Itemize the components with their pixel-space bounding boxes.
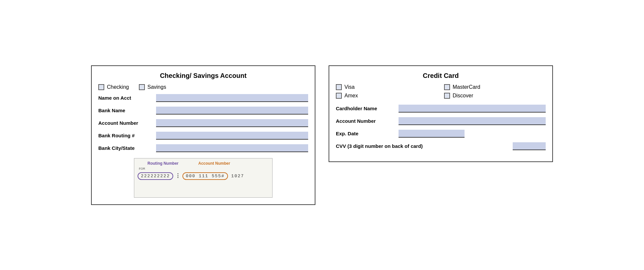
cvv-row: CVV (3 digit number on back of card) [336,142,546,150]
name-on-acct-label: Name on Acct [98,95,156,101]
mastercard-label: MasterCard [453,84,480,90]
discover-checkbox[interactable] [444,93,450,99]
name-on-acct-row: Name on Acct [98,94,308,102]
savings-label: Savings [147,84,166,90]
page-wrapper: Checking/ Savings Account Checking Savin… [25,65,619,205]
checking-checkbox[interactable] [98,84,104,90]
discover-checkbox-item[interactable]: Discover [444,93,546,99]
visa-checkbox-item[interactable]: Visa [336,84,437,90]
name-on-acct-input[interactable] [156,94,308,102]
account-number-value: 000 111 555# [182,172,228,180]
colon-separator-1: ⋮ [175,173,180,179]
bank-name-label: Bank Name [98,108,156,113]
account-number-input[interactable] [156,119,308,127]
checking-label: Checking [107,84,129,90]
cc-account-number-row: Account Number [336,117,546,125]
mastercard-checkbox[interactable] [444,84,450,90]
exp-date-input[interactable] [399,130,465,138]
bank-city-state-label: Bank City/State [98,145,156,151]
check-numbers-row: 222222222 ⋮ 000 111 555# 1027 [138,172,269,180]
amex-checkbox-item[interactable]: Amex [336,93,437,99]
exp-date-row: Exp. Date [336,130,546,138]
checking-savings-panel: Checking/ Savings Account Checking Savin… [91,65,315,205]
routing-number-label: Routing Number [147,161,178,166]
bank-routing-row: Bank Routing # [98,132,308,140]
cc-account-number-input[interactable] [399,117,546,125]
cc-account-number-label: Account Number [336,118,399,124]
cardholder-name-label: Cardholder Name [336,106,399,111]
cvv-label: CVV (3 digit number on back of card) [336,143,513,149]
cardholder-name-input[interactable] [399,105,546,113]
mastercard-checkbox-item[interactable]: MasterCard [444,84,546,90]
checking-panel-title: Checking/ Savings Account [98,72,308,80]
checking-checkbox-item[interactable]: Checking [98,84,129,90]
bank-city-state-input[interactable] [156,144,308,152]
check-image: Routing Number Account Number FOR 222222… [134,158,273,198]
account-number-row: Account Number [98,119,308,127]
bank-routing-input[interactable] [156,132,308,140]
check-diagram: Routing Number Account Number FOR 222222… [98,158,308,198]
amex-checkbox[interactable] [336,93,342,99]
bank-name-input[interactable] [156,107,308,115]
amex-label: Amex [344,93,358,99]
exp-date-label: Exp. Date [336,131,399,136]
savings-checkbox-item[interactable]: Savings [139,84,166,90]
bank-name-row: Bank Name [98,107,308,115]
check-suffix-value: 1027 [231,174,244,179]
account-number-label: Account Number [98,120,156,126]
visa-checkbox[interactable] [336,84,342,90]
visa-label: Visa [344,84,355,90]
cardholder-name-row: Cardholder Name [336,105,546,113]
cc-checkboxes-grid: Visa MasterCard Amex Discover [336,84,546,99]
credit-card-panel-title: Credit Card [336,72,546,80]
cvv-input[interactable] [513,142,546,150]
check-for-label: FOR [139,167,269,170]
check-labels-row: Routing Number Account Number [147,161,269,166]
account-number-diagram-label: Account Number [198,161,230,166]
discover-label: Discover [453,93,473,99]
bank-city-state-row: Bank City/State [98,144,308,152]
checking-checkboxes-row: Checking Savings [98,84,308,90]
credit-card-panel: Credit Card Visa MasterCard Amex Discove… [329,65,553,162]
bank-routing-label: Bank Routing # [98,133,156,138]
routing-number-value: 222222222 [138,172,173,180]
savings-checkbox[interactable] [139,84,145,90]
